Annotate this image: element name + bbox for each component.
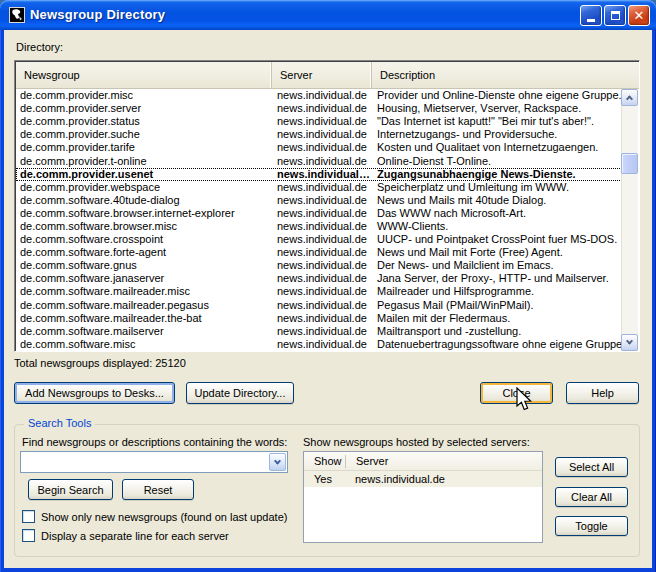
show-new-newsgroups-checkbox[interactable] <box>22 510 35 523</box>
help-button[interactable]: Help <box>566 382 639 404</box>
maximize-icon <box>611 11 620 20</box>
cell-description: Datenuebertragungssoftware ohne eigene G… <box>372 338 622 351</box>
minimize-icon <box>587 19 595 22</box>
cell-server: news.individual.de <box>272 259 372 272</box>
chevron-down-icon <box>274 457 281 464</box>
begin-search-button[interactable]: Begin Search <box>28 479 113 500</box>
directory-label: Directory: <box>16 41 63 53</box>
show-new-newsgroups-label: Show only new newsgroups (found on last … <box>41 511 287 523</box>
add-newsgroups-button[interactable]: Add Newsgroups to Desks... <box>14 382 175 404</box>
cell-newsgroup: de.comm.provider.webspace <box>16 181 272 194</box>
cell-newsgroup: de.comm.software.gnus <box>16 259 272 272</box>
directory-rows: de.comm.provider.miscnews.individual.deP… <box>16 89 622 351</box>
cell-description: Internetzugangs- und Providersuche. <box>372 128 622 141</box>
titlebar[interactable]: Newsgroup Directory ✕ <box>0 0 656 30</box>
cell-newsgroup: de.comm.software.janaserver <box>16 272 272 285</box>
cell-server: news.individual.de <box>272 141 372 154</box>
cell-description: Jana Server, der Proxy-, HTTP- und Mails… <box>372 272 622 285</box>
cell-server: news.individual.de <box>272 128 372 141</box>
toggle-button[interactable]: Toggle <box>555 516 628 536</box>
server-row[interactable]: Yesnews.individual.de <box>304 471 542 487</box>
separate-line-label: Display a separate line for each server <box>41 530 229 542</box>
clear-all-button[interactable]: Clear All <box>555 487 628 507</box>
scroll-down-button[interactable] <box>621 334 638 351</box>
table-row[interactable]: de.comm.provider.t-onlinenews.individual… <box>16 154 622 167</box>
app-icon <box>9 7 25 23</box>
server-rows: Yesnews.individual.de <box>304 471 542 487</box>
table-row[interactable]: de.comm.provider.webspacenews.individual… <box>16 181 622 194</box>
table-row[interactable]: de.comm.software.browser.miscnews.indivi… <box>16 220 622 233</box>
table-row[interactable]: de.comm.software.crosspointnews.individu… <box>16 233 622 246</box>
vertical-scrollbar[interactable] <box>621 89 638 351</box>
table-row[interactable]: de.comm.software.forte-agentnews.individ… <box>16 246 622 259</box>
search-tools-title: Search Tools <box>24 417 95 429</box>
cell-newsgroup: de.comm.provider.tarife <box>16 141 272 154</box>
close-window-button[interactable]: ✕ <box>628 5 650 26</box>
window-title: Newsgroup Directory <box>30 7 165 22</box>
server-list[interactable]: ShowServer Yesnews.individual.de <box>303 451 543 543</box>
cell-newsgroup: de.comm.software.crosspoint <box>16 233 272 246</box>
table-row[interactable]: de.comm.software.mailreader.pegasusnews.… <box>16 299 622 312</box>
server-column-header-show[interactable]: Show <box>304 455 346 468</box>
cell-server: news.individual.de <box>272 102 372 115</box>
cell-description: Zugangsunabhaengige News-Dienste. <box>372 168 622 181</box>
column-header-server[interactable]: Server <box>272 62 372 88</box>
close-button[interactable]: Close <box>480 382 553 404</box>
separate-line-checkbox[interactable] <box>22 529 35 542</box>
select-all-button[interactable]: Select All <box>555 457 628 477</box>
minimize-button[interactable] <box>580 5 602 26</box>
table-row[interactable]: de.comm.software.mailreader.the-batnews.… <box>16 312 622 325</box>
table-row[interactable]: de.comm.software.mailreader.miscnews.ind… <box>16 285 622 298</box>
cell-server: news.individual.de <box>272 285 372 298</box>
cell-description: Mailtransport und -zustellung. <box>372 325 622 338</box>
newsgroup-table: NewsgroupServerDescription de.comm.provi… <box>14 60 640 352</box>
update-directory-button[interactable]: Update Directory... <box>186 382 294 404</box>
cell-description: "Das Internet ist kaputt!" "Bei mir tut'… <box>372 115 622 128</box>
table-row[interactable]: de.comm.software.janaservernews.individu… <box>16 272 622 285</box>
table-row[interactable]: de.comm.provider.usenetnews.individual.d… <box>16 168 622 181</box>
cell-description: Kosten und Qualitaet von Internetzugaeng… <box>372 141 622 154</box>
scroll-up-button[interactable] <box>621 89 638 106</box>
column-header-description[interactable]: Description <box>372 62 639 88</box>
cell-server: news.individual.de <box>272 272 372 285</box>
cell-description: Der News- und Mailclient im Emacs. <box>372 259 622 272</box>
table-row[interactable]: de.comm.software.gnusnews.individual.deD… <box>16 259 622 272</box>
cell-server: news.individual.de <box>272 220 372 233</box>
column-header-newsgroup[interactable]: Newsgroup <box>16 62 272 88</box>
cell-newsgroup: de.comm.software.misc <box>16 338 272 351</box>
cell-newsgroup: de.comm.software.mailserver <box>16 325 272 338</box>
table-row[interactable]: de.comm.provider.miscnews.individual.deP… <box>16 89 622 102</box>
close-icon: ✕ <box>634 9 645 22</box>
table-row[interactable]: de.comm.software.miscnews.individual.deD… <box>16 338 622 351</box>
cell-newsgroup: de.comm.software.mailreader.misc <box>16 285 272 298</box>
cell-server: news.individual.de <box>272 325 372 338</box>
cell-description: Online-Dienst T-Online. <box>372 155 622 168</box>
cell-description: WWW-Clients. <box>372 220 622 233</box>
maximize-button[interactable] <box>604 5 626 26</box>
cell-newsgroup: de.comm.provider.status <box>16 115 272 128</box>
cell-description: Mailreader und Hilfsprogramme. <box>372 285 622 298</box>
table-row[interactable]: de.comm.software.browser.internet-explor… <box>16 207 622 220</box>
table-row[interactable]: de.comm.provider.tarifenews.individual.d… <box>16 141 622 154</box>
table-row[interactable]: de.comm.provider.statusnews.individual.d… <box>16 115 622 128</box>
search-words-combobox[interactable] <box>20 451 288 473</box>
cell-description: Das WWW nach Microsoft-Art. <box>372 207 622 220</box>
server-column-header-server[interactable]: Server <box>346 455 542 468</box>
table-row[interactable]: de.comm.software.40tude-dialognews.indiv… <box>16 194 622 207</box>
table-row[interactable]: de.comm.provider.servernews.individual.d… <box>16 102 622 115</box>
cell-server: news.individual.de <box>272 312 372 325</box>
cell-server: news.individual.de <box>272 246 372 259</box>
cell-description: Housing, Mietserver, Vserver, Rackspace. <box>372 102 622 115</box>
reset-button[interactable]: Reset <box>122 479 194 500</box>
cell-description: Provider und Online-Dienste ohne eigene … <box>372 89 622 102</box>
cell-server: news.individual.de <box>272 338 372 351</box>
table-row[interactable]: de.comm.provider.suchenews.individual.de… <box>16 128 622 141</box>
combo-dropdown-button[interactable] <box>269 453 286 471</box>
cell-newsgroup: de.comm.software.mailreader.the-bat <box>16 312 272 325</box>
cell-newsgroup: de.comm.software.mailreader.pegasus <box>16 299 272 312</box>
table-row[interactable]: de.comm.software.mailservernews.individu… <box>16 325 622 338</box>
scrollbar-thumb[interactable] <box>621 153 638 174</box>
cell-server: news.individual.de <box>272 207 372 220</box>
cell-newsgroup: de.comm.provider.server <box>16 102 272 115</box>
cell-newsgroup: de.comm.provider.usenet <box>16 168 272 181</box>
